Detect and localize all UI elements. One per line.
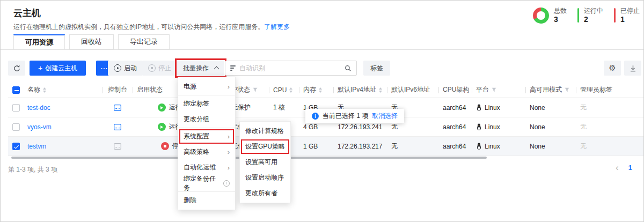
col-ha-mode[interactable]: 高可用模式 xyxy=(525,85,576,94)
platform-cell: Linux xyxy=(472,123,525,131)
plus-icon: + xyxy=(38,64,42,72)
console-icon[interactable] xyxy=(114,105,121,111)
filter-funnel-icon[interactable] xyxy=(565,87,569,92)
filter-lines-icon xyxy=(230,65,236,71)
stop-button[interactable]: 停止 xyxy=(142,61,177,76)
batch-operations-button[interactable]: 批量操作 xyxy=(177,61,224,76)
tab-export-records[interactable]: 导出记录 xyxy=(118,34,170,49)
submenu-arrow-icon: › xyxy=(228,132,230,140)
menu-item-system-config[interactable]: 系统配置› xyxy=(178,129,235,144)
running-status-icon xyxy=(158,123,166,131)
linux-tux-icon xyxy=(476,104,482,111)
tab-bar: 可用资源 回收站 导出记录 xyxy=(1,34,643,50)
menu-divider xyxy=(178,95,235,95)
tab-recycle-bin[interactable]: 回收站 xyxy=(69,34,114,49)
console-icon[interactable] xyxy=(114,124,121,130)
stat-stopped-value: 1 xyxy=(620,16,640,24)
ha-value: None xyxy=(525,123,576,131)
filter-funnel-icon[interactable] xyxy=(492,87,496,92)
row-checkbox[interactable] xyxy=(12,104,20,112)
refresh-button[interactable] xyxy=(8,61,25,76)
select-all-checkbox[interactable] xyxy=(12,86,20,94)
selection-tooltip: i 当前已选择 1 项 取消选择 xyxy=(305,109,404,123)
menu-item-automation-ops[interactable]: 自动化运维› xyxy=(178,160,235,175)
stat-stopped-label: 已停止 xyxy=(620,7,640,14)
filter-funnel-icon[interactable] xyxy=(253,87,258,92)
deselect-link[interactable]: 取消选择 xyxy=(372,112,398,121)
ellipsis-icon: ⋯ xyxy=(100,64,108,72)
col-cpu[interactable]: CPU xyxy=(269,86,299,94)
menu-item-advanced-policy[interactable]: 高级策略› xyxy=(178,144,235,160)
stat-total-value: 3 xyxy=(554,16,567,24)
cloud-vm-console: 云主机 运行在物理机上的虚拟机实例，具有独立的IP地址，可以访问公共网络，运行应… xyxy=(0,0,644,222)
col-cpu-arch[interactable]: CPU架构 xyxy=(438,85,472,94)
start-button[interactable]: 启动 xyxy=(108,61,143,76)
tab-available-resources[interactable]: 可用资源 xyxy=(13,34,65,49)
tag-button[interactable]: 标签 xyxy=(363,61,390,76)
play-circle-icon xyxy=(114,64,121,72)
submenu-item-set-high-availability[interactable]: 设置高可用 xyxy=(240,154,290,170)
pagination-summary: 第 1-3 项, 共 3 项 xyxy=(8,165,57,174)
menu-item-bind-tag[interactable]: 绑定标签 xyxy=(178,96,235,112)
vm-name-link[interactable]: vyos-vm xyxy=(27,123,52,131)
submenu-item-change-owner[interactable]: 更改所有者 xyxy=(240,186,290,201)
pagination-controls: ‹ 1 xyxy=(616,163,632,172)
ipv6-value: 无 xyxy=(387,122,438,131)
platform-cell: Linux xyxy=(472,143,525,150)
learn-more-link[interactable]: 了解更多 xyxy=(264,23,290,31)
vm-name-link[interactable]: test-doc xyxy=(27,104,50,112)
stat-stopped: 已停止 1 xyxy=(614,7,640,24)
page-header: 云主机 运行在物理机上的虚拟机实例，具有独立的IP地址，可以访问公共网络，运行应… xyxy=(1,1,643,31)
menu-item-change-group[interactable]: 更改分组 xyxy=(178,112,235,127)
col-memory[interactable]: 内存 xyxy=(299,85,333,94)
status-stats: 总数 3 运行中 2 已停止 1 xyxy=(533,7,644,24)
sort-icon[interactable] xyxy=(319,87,322,93)
table-row-selected: testvm 停止 无保护 1 GB 172.26.193.217 无 aarc… xyxy=(8,137,643,156)
arch-value: aarch64 xyxy=(438,104,472,112)
arch-value: aarch64 xyxy=(438,123,472,131)
menu-item-delete[interactable]: 删除 xyxy=(178,193,235,208)
current-page[interactable]: 1 xyxy=(628,164,632,172)
running-indicator-bar xyxy=(577,8,579,23)
system-config-submenu: 修改计算规格 设置GPU策略 设置高可用 设置启动顺序 更改所有者 xyxy=(239,121,291,203)
stat-total: 总数 3 xyxy=(554,7,567,24)
submenu-item-modify-compute-spec[interactable]: 修改计算规格 xyxy=(240,123,290,139)
platform-text: Linux xyxy=(485,143,500,150)
column-settings-button[interactable]: ⚙ xyxy=(604,61,621,76)
search-icon[interactable] xyxy=(345,65,352,72)
row-checkbox[interactable] xyxy=(12,143,20,150)
ipv4-value: 172.26.193.241 xyxy=(333,123,387,131)
submenu-item-set-boot-order[interactable]: 设置启动顺序 xyxy=(240,170,290,186)
chevron-up-icon xyxy=(214,66,219,72)
toolbar: + 创建云主机 ⋯ 启动 停止 批量操作 标签 ⚙ xyxy=(1,61,643,76)
submenu-item-set-gpu-policy[interactable]: 设置GPU策略 xyxy=(240,139,290,154)
export-download-button[interactable] xyxy=(624,61,641,76)
download-icon xyxy=(630,65,636,72)
vm-name-link[interactable]: testvm xyxy=(27,143,46,150)
col-name[interactable]: 名称 xyxy=(27,85,103,94)
create-vm-button[interactable]: + 创建云主机 xyxy=(30,61,86,76)
sort-icon[interactable] xyxy=(379,87,382,93)
admin-tag-value: 无 xyxy=(576,103,643,112)
search-input[interactable] xyxy=(239,64,341,72)
menu-item-bind-backup-task[interactable]: 绑定备份任务i xyxy=(178,175,235,191)
ipv4-value: 172.26.193.217 xyxy=(333,143,387,150)
prev-page-icon[interactable]: ‹ xyxy=(616,163,619,172)
col-admin-tag: 管理员标签 xyxy=(576,85,643,94)
refresh-icon xyxy=(13,65,20,72)
admin-tag-value: 无 xyxy=(576,142,643,151)
console-icon[interactable] xyxy=(114,143,121,150)
sort-icon[interactable] xyxy=(43,87,46,93)
selection-text: 当前已选择 1 项 xyxy=(323,112,368,121)
platform-text: Linux xyxy=(485,123,500,131)
stopped-indicator-bar xyxy=(614,8,616,23)
col-ipv4[interactable]: 默认IPv4地址 xyxy=(333,85,387,94)
sort-icon[interactable] xyxy=(289,87,292,93)
submenu-arrow-icon: › xyxy=(228,164,230,172)
menu-item-power[interactable]: 电源› xyxy=(178,79,235,94)
batch-operations-menu: 电源› 绑定标签 更改分组 系统配置› 高级策略› 自动化运维› 绑定备份任务i… xyxy=(178,77,236,210)
row-checkbox[interactable] xyxy=(12,123,20,131)
col-platform[interactable]: 平台 xyxy=(472,85,525,94)
cpu-value: 1 核 xyxy=(269,103,299,112)
stopped-status-icon xyxy=(161,142,169,150)
